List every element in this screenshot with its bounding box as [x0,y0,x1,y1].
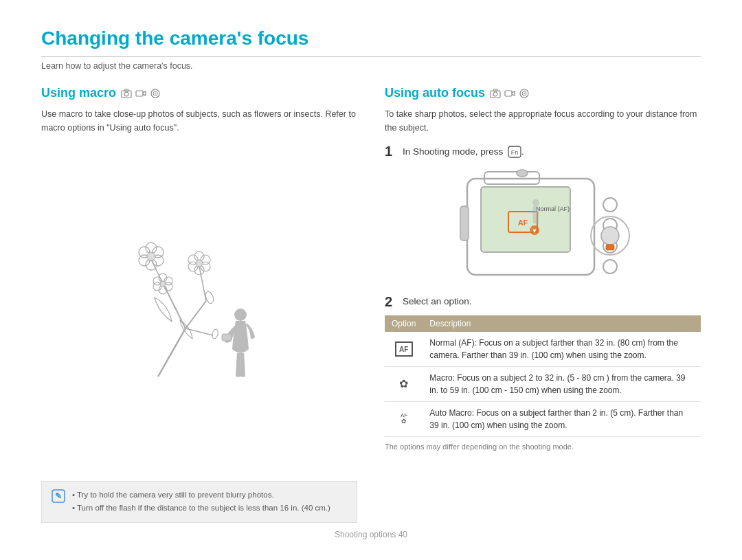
options-note: The options may differ depending on the … [385,443,701,451]
af-scene-icon [518,87,530,100]
auto-macro-icon: AF ✿ [396,410,412,425]
macro-description: Use macro to take close-up photos of sub… [41,107,357,135]
svg-point-58 [532,199,539,206]
macro-mode-icons [120,87,161,100]
svg-text:Fn: Fn [511,149,519,156]
svg-line-9 [186,301,206,328]
flower-illustration [41,144,357,471]
camera-diagram-svg: AF Normal (AF) ▼ [447,165,639,285]
table-header-option: Option [385,315,423,332]
page-subtitle: Learn how to adjust the camera's focus. [41,61,701,71]
table-header-description: Description [423,315,701,332]
svg-point-46 [524,93,525,94]
main-columns: Using macro [41,86,701,523]
table-row: AF ✿ Auto Macro: Focus on a subject fart… [385,402,701,437]
svg-point-35 [211,328,218,339]
option-icon-normal-af: AF [385,332,423,367]
af-video-icon [504,87,516,100]
svg-point-1 [124,92,128,96]
step-2: 2 Select an option. [385,295,701,309]
auto-focus-section-title: Using auto focus [385,86,701,100]
option-desc-normal-af: Normal (AF): Focus on a subject farther … [423,332,701,367]
af-camera-p-icon [489,87,502,100]
page-container: Changing the camera's focus Learn how to… [0,0,742,560]
fn-button-icon: Fn [508,146,521,158]
macro-section: Using macro [41,86,357,523]
svg-text:Normal (AF): Normal (AF) [536,205,570,212]
auto-focus-mode-icons [489,87,530,100]
svg-point-36 [234,309,247,321]
macro-section-title: Using macro [41,86,357,100]
svg-point-62 [603,260,617,273]
option-desc-auto-macro: Auto Macro: Focus on a subject farther t… [423,402,701,437]
flower-svg [103,232,295,383]
page-title: Changing the camera's focus [41,27,701,57]
svg-text:▼: ▼ [532,227,538,234]
tip-item-2: Turn off the flash if the distance to th… [72,502,330,515]
person-silhouette [222,309,255,377]
svg-text:✿: ✿ [401,418,407,425]
page-footer: Shooting options 40 [41,523,701,539]
svg-point-51 [517,170,528,177]
option-icon-auto-macro: AF ✿ [385,402,423,437]
svg-point-6 [155,93,156,94]
auto-focus-description: To take sharp photos, select the appropr… [385,107,701,135]
svg-point-59 [603,198,617,212]
svg-rect-3 [136,91,143,96]
table-row: ✿ Macro: Focus on a subject 2 to 32 in. … [385,367,701,402]
scene-icon [149,87,161,100]
step-1: 1 In Shooting mode, press Fn . [385,144,701,158]
svg-line-7 [158,328,186,377]
svg-rect-43 [505,91,512,96]
camera-diagram: AF Normal (AF) ▼ [385,165,701,285]
svg-point-19 [147,252,155,260]
table-row: AF Normal (AF): Focus on a subject farth… [385,332,701,367]
tip-list: Try to hold the camera very still to pre… [72,489,330,515]
svg-point-41 [493,92,497,96]
video-icon [135,87,147,100]
option-desc-macro: Macro: Focus on a subject 2 to 32 in. (5… [423,367,701,402]
svg-rect-65 [606,245,614,250]
svg-point-64 [601,227,619,245]
camera-p-icon [120,87,133,100]
svg-text:✎: ✎ [55,491,62,501]
svg-text:AF: AF [518,219,528,227]
svg-point-33 [160,281,166,287]
options-table: Option Description AF Normal (AF): Focus… [385,315,701,437]
auto-focus-section: Using auto focus [385,86,701,523]
option-icon-macro: ✿ [385,367,423,402]
tip-box: ✎ Try to hold the camera very still to p… [41,481,357,523]
tip-item-1: Try to hold the camera very still to pre… [72,489,330,502]
svg-point-26 [196,260,203,267]
svg-rect-37 [222,334,232,341]
svg-rect-66 [460,206,469,240]
tip-icon: ✎ [52,489,65,503]
